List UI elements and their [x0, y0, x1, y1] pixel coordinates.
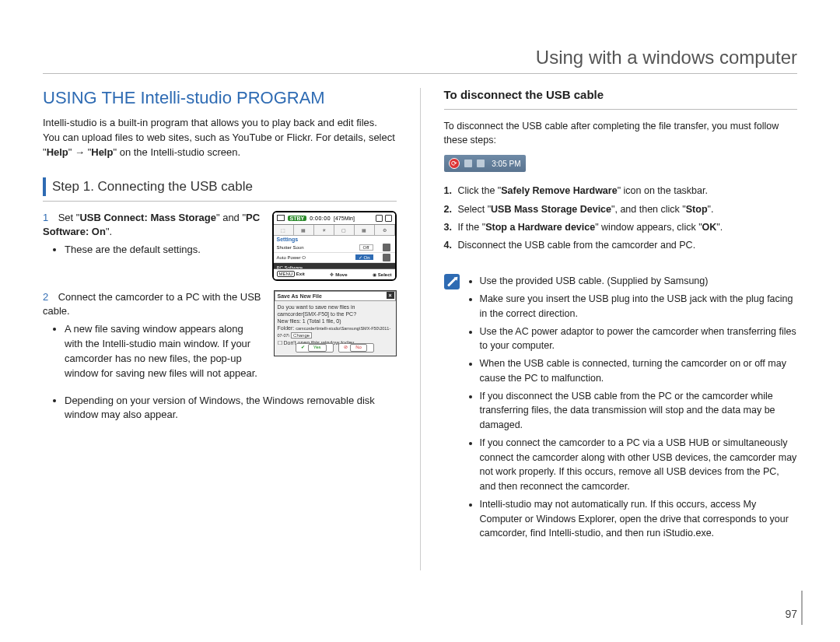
step-number-2: 2	[43, 290, 55, 305]
t: OK	[702, 222, 717, 233]
time-remaining: [475Min]	[334, 216, 355, 221]
disconnect-intro: To disconnect the USB cable after comple…	[444, 119, 798, 147]
t: Click the "	[457, 185, 501, 196]
step2-continued: Depending on your version of Windows, th…	[43, 394, 397, 423]
no-button: ⊘ No	[338, 343, 374, 353]
change-btn: Change	[291, 332, 312, 339]
page-header: Using with a windows computer	[43, 47, 797, 74]
dialog-title: Save As New File×	[275, 291, 396, 301]
page-number: 97	[785, 608, 797, 620]
settings-label: Settings	[274, 236, 395, 243]
t: ".	[716, 222, 723, 233]
help-label-2: Help	[91, 146, 113, 158]
lcd-topbar: STBY 0:00:00 [475Min]	[274, 212, 395, 225]
t: Set "	[58, 212, 80, 223]
select-label: Select	[378, 272, 392, 277]
t: Stop a Hardware device	[485, 222, 595, 233]
divider	[43, 201, 397, 202]
note-list: Use the provided USB cable. (Supplied by…	[480, 274, 798, 544]
t: Select "	[457, 204, 491, 215]
dialog-buttons: ✔ Yes ⊘ No	[275, 343, 396, 353]
disc-step-4: 4. Disconnect the USB cable from the cam…	[444, 237, 798, 254]
tab-icon: ⚙	[375, 225, 395, 235]
tab-icon: ⬚	[274, 225, 294, 235]
disc-step-1: 1. Click the "Safely Remove Hardware" ic…	[444, 183, 798, 199]
tab-icon: ▢	[334, 225, 355, 235]
page-number-bar	[801, 591, 803, 625]
disc-step-3: 3. If the "Stop a Hardware device" windo…	[444, 219, 798, 236]
taskbar-time: 3:05 PM	[492, 160, 520, 168]
cfg-icon	[383, 244, 390, 251]
t: " window appears, click "	[595, 222, 702, 233]
t: 1 (Total 1 file, 0)	[303, 318, 341, 324]
t: " and "	[216, 212, 246, 223]
t: Yes	[308, 344, 327, 352]
step1-text: 1 Set "USB Connect: Mass Storage" and "P…	[43, 211, 261, 281]
divider	[444, 109, 798, 110]
t: USB Connect: Mass Storage	[79, 212, 216, 223]
status-icons	[376, 215, 392, 222]
step2-row: 2 Connect the camcorder to a PC with the…	[43, 290, 397, 384]
note-box: Use the provided USB cable. (Supplied by…	[444, 274, 798, 544]
n: 1.	[444, 185, 452, 196]
t: New files:	[278, 318, 301, 324]
lcd-bottombar: MENU Exit ✥ Move ◉ Select	[274, 268, 395, 279]
tray-icon	[464, 160, 472, 167]
tab-icon: ☀	[314, 225, 334, 235]
tab-icon: ▦	[355, 225, 375, 235]
close-icon: ×	[387, 292, 394, 299]
step2-bullet1: A new file saving window appears along w…	[65, 322, 263, 381]
step1-bullet: These are the default settings.	[65, 243, 261, 258]
menu-btn: MENU	[277, 271, 296, 277]
rec-icon	[277, 215, 285, 221]
t: Save As New File	[278, 293, 322, 299]
t: Folder:	[278, 325, 295, 331]
menu-label: Shutter Soun	[277, 245, 304, 250]
t: No	[350, 344, 367, 352]
n: 4.	[444, 240, 452, 251]
dialog-line: New files: 1 (Total 1 file, 0)	[278, 317, 393, 325]
disconnect-steps: 1. Click the "Safely Remove Hardware" ic…	[444, 183, 798, 254]
safely-remove-icon: ⟳	[449, 158, 460, 169]
t: Safely Remove Hardware	[501, 185, 617, 196]
tab-row: ⬚ ▦ ☀ ▢ ▦ ⚙	[274, 225, 395, 236]
battery-icon	[385, 215, 392, 222]
move-label: Move	[335, 272, 347, 277]
note-item: Use the AC power adaptor to power the ca…	[480, 325, 798, 354]
yes-button: ✔ Yes	[296, 343, 333, 353]
card-icon	[376, 215, 383, 222]
t: " icon on the taskbar.	[618, 185, 708, 196]
note-item: Use the provided USB cable. (Supplied by…	[480, 274, 798, 289]
t: Disconnect the USB cable from the camcor…	[457, 240, 695, 251]
t: ", and then click "	[611, 204, 686, 215]
step2-bullet2: Depending on your version of Windows, th…	[65, 394, 397, 423]
timecode: 0:00:00	[310, 216, 331, 221]
tab-icon: ▦	[294, 225, 314, 235]
right-column: To disconnect the USB cable To disconnec…	[444, 88, 798, 570]
disconnect-heading: To disconnect the USB cable	[444, 88, 798, 101]
cfg-icon	[383, 254, 390, 261]
step-number-1: 1	[43, 211, 55, 226]
n: 3.	[444, 222, 452, 233]
intro-text-2: " on the Intelli-studio screen.	[113, 146, 240, 158]
menu-label: Auto Power O	[277, 255, 306, 260]
left-column: USING THE Intelli-studio PROGRAM Intelli…	[43, 88, 397, 570]
taskbar-screenshot: ⟳ 3:05 PM	[444, 155, 526, 172]
tray-icon	[477, 160, 485, 167]
t: USB Mass Storage Device	[491, 204, 611, 215]
note-item: If you connect the camcorder to a PC via…	[480, 436, 798, 494]
exit-label: Exit	[296, 272, 305, 276]
note-item: Intelli-studio may not automatically run…	[480, 497, 798, 541]
note-icon	[444, 274, 460, 289]
t: ".	[708, 204, 714, 215]
t: On	[363, 255, 369, 260]
step1-row: 1 Set "USB Connect: Mass Storage" and "P…	[43, 211, 397, 281]
intro-arrow: " → "	[68, 146, 91, 158]
columns: USING THE Intelli-studio PROGRAM Intelli…	[43, 88, 797, 570]
t: ".	[106, 226, 112, 237]
column-divider	[420, 88, 421, 570]
step2-text: 2 Connect the camcorder to a PC with the…	[43, 290, 263, 384]
section-title: USING THE Intelli-studio PROGRAM	[43, 88, 397, 108]
note-item: Make sure you insert the USB plug into t…	[480, 292, 798, 321]
t: Stop	[686, 204, 708, 215]
